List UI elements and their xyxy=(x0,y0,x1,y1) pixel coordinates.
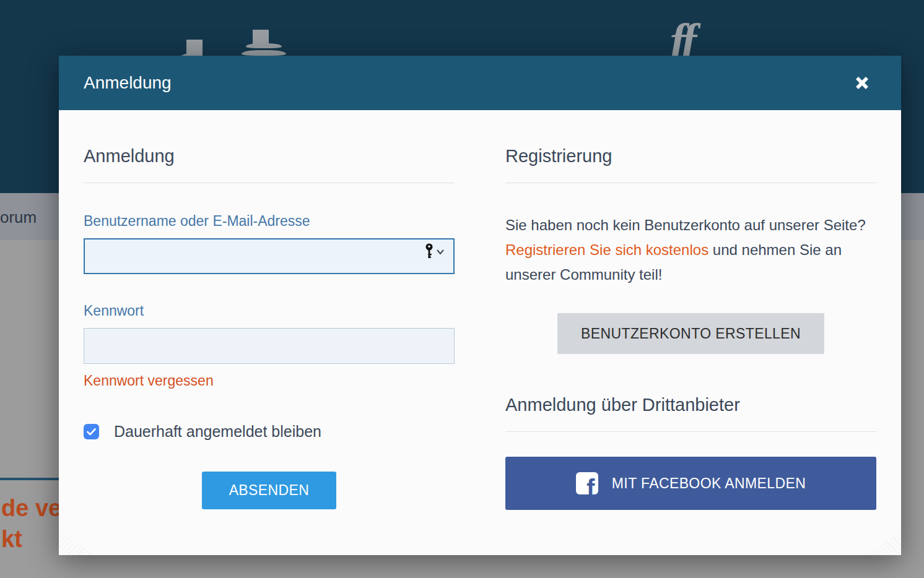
password-label: Kennwort xyxy=(84,303,455,319)
register-link[interactable]: Registrieren Sie sich kostenlos xyxy=(505,241,708,258)
facebook-login-label: MIT FACEBOOK ANMELDEN xyxy=(612,475,806,492)
facebook-icon: f xyxy=(576,472,598,494)
registration-heading: Registrierung xyxy=(505,146,876,183)
close-icon[interactable] xyxy=(853,74,871,92)
remember-me-checkbox[interactable] xyxy=(84,424,99,439)
menu-tab-forum[interactable]: orum xyxy=(0,208,37,227)
registration-text: Sie haben noch kein Benutzerkonto auf un… xyxy=(505,213,876,287)
submit-button[interactable]: ABSENDEN xyxy=(202,472,337,509)
forgot-password-link[interactable]: Kennwort vergessen xyxy=(84,373,214,389)
facebook-login-button[interactable]: f MIT FACEBOOK ANMELDEN xyxy=(505,457,876,510)
chevron-down-icon[interactable] xyxy=(436,249,445,255)
login-dialog: Anmeldung Anmeldung Benutzername oder E-… xyxy=(59,56,901,555)
third-party-heading: Anmeldung über Drittanbieter xyxy=(505,395,876,432)
password-input[interactable] xyxy=(84,328,455,364)
login-section: Anmeldung Benutzername oder E-Mail-Adres… xyxy=(84,146,455,510)
create-account-button[interactable]: BENUTZERKONTO ERSTELLEN xyxy=(557,313,824,354)
dialog-header: Anmeldung xyxy=(59,56,901,110)
dialog-title: Anmeldung xyxy=(84,73,172,93)
username-label: Benutzername oder E-Mail-Adresse xyxy=(84,213,455,230)
remember-me-label: Dauerhaft angemeldet bleiben xyxy=(114,423,321,441)
login-heading: Anmeldung xyxy=(84,146,455,183)
key-icon xyxy=(425,243,434,261)
registration-section: Registrierung Sie haben noch kein Benutz… xyxy=(505,146,876,510)
username-input[interactable] xyxy=(84,238,455,274)
check-icon xyxy=(87,428,96,436)
remember-me-row: Dauerhaft angemeldet bleiben xyxy=(84,423,455,441)
